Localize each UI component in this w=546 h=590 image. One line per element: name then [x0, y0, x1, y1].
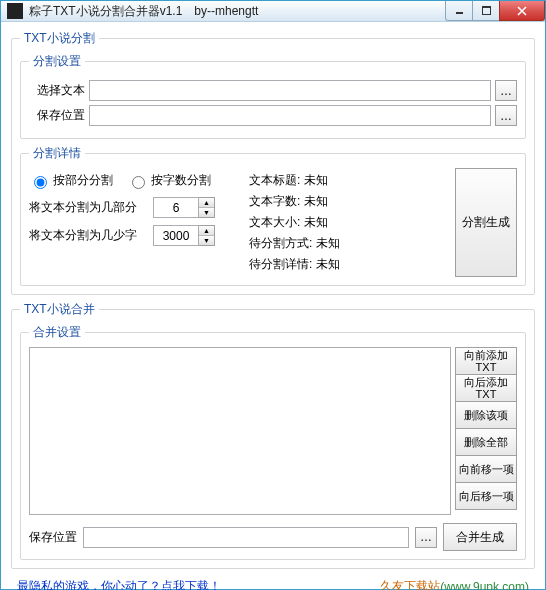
window-title: 粽子TXT小说分割合并器v1.1 by--mhengtt — [29, 3, 446, 20]
words-input[interactable] — [153, 225, 199, 246]
info-words: 文本字数: 未知 — [249, 193, 449, 210]
split-save-label: 保存位置 — [29, 107, 85, 124]
merge-generate-button[interactable]: 合并生成 — [443, 523, 517, 551]
merge-settings-label: 合并设置 — [29, 324, 85, 341]
split-group: TXT小说分割 分割设置 选择文本 … 保存位置 … 分割详情 — [11, 30, 535, 295]
svg-rect-2 — [482, 6, 491, 8]
merge-settings-group: 合并设置 向前添加TXT 向后添加TXT 删除该项 删除全部 向前移一项 向后移… — [20, 324, 526, 560]
parts-down-icon[interactable]: ▼ — [199, 207, 214, 217]
merge-listbox[interactable] — [29, 347, 451, 515]
merge-browse-button[interactable]: … — [415, 527, 437, 548]
select-text-input[interactable] — [89, 80, 491, 101]
parts-up-icon[interactable]: ▲ — [199, 198, 214, 207]
parts-spinner[interactable]: ▲▼ — [153, 197, 215, 218]
parts-input[interactable] — [153, 197, 199, 218]
move-down-button[interactable]: 向后移一项 — [455, 482, 517, 510]
radio-by-part-input[interactable] — [34, 176, 47, 189]
radio-by-words-input[interactable] — [132, 176, 145, 189]
app-window: 粽子TXT小说分割合并器v1.1 by--mhengtt TXT小说分割 分割设… — [0, 0, 546, 590]
radio-by-part[interactable]: 按部分分割 — [29, 172, 113, 189]
site-name: 久友下载站 — [380, 578, 440, 590]
delete-item-button[interactable]: 删除该项 — [455, 401, 517, 429]
split-save-input[interactable] — [89, 105, 491, 126]
split-settings-label: 分割设置 — [29, 53, 85, 70]
split-details-label: 分割详情 — [29, 145, 85, 162]
app-icon — [7, 3, 23, 19]
info-method: 待分割方式: 未知 — [249, 235, 449, 252]
split-settings-group: 分割设置 选择文本 … 保存位置 … — [20, 53, 526, 139]
browse-text-button[interactable]: … — [495, 80, 517, 101]
split-group-label: TXT小说分割 — [20, 30, 99, 47]
titlebar[interactable]: 粽子TXT小说分割合并器v1.1 by--mhengtt — [1, 1, 545, 22]
minimize-button[interactable] — [445, 1, 473, 21]
merge-save-label: 保存位置 — [29, 529, 77, 546]
move-up-button[interactable]: 向前移一项 — [455, 455, 517, 483]
select-text-label: 选择文本 — [29, 82, 85, 99]
words-down-icon[interactable]: ▼ — [199, 235, 214, 245]
merge-group: TXT小说合并 合并设置 向前添加TXT 向后添加TXT 删除该项 删除全部 向… — [11, 301, 535, 569]
words-up-icon[interactable]: ▲ — [199, 226, 214, 235]
split-generate-button[interactable]: 分割生成 — [455, 168, 517, 277]
close-button[interactable] — [499, 1, 545, 21]
info-size: 文本大小: 未知 — [249, 214, 449, 231]
add-before-button[interactable]: 向前添加TXT — [455, 347, 517, 375]
info-detail: 待分割详情: 未知 — [249, 256, 449, 273]
parts-label: 将文本分割为几部分 — [29, 199, 147, 216]
maximize-button[interactable] — [472, 1, 500, 21]
words-label: 将文本分割为几少字 — [29, 227, 147, 244]
words-spinner[interactable]: ▲▼ — [153, 225, 215, 246]
svg-rect-0 — [456, 12, 463, 14]
footer: 最隐私的游戏，你心动了？点我下载！ 久友下载站 (www.9upk.com) — [11, 575, 535, 590]
split-details-group: 分割详情 按部分分割 按字数分割 将文本分割为几部分 ▲▼ — [20, 145, 526, 286]
add-after-button[interactable]: 向后添加TXT — [455, 374, 517, 402]
merge-save-input[interactable] — [83, 527, 409, 548]
delete-all-button[interactable]: 删除全部 — [455, 428, 517, 456]
info-title: 文本标题: 未知 — [249, 172, 449, 189]
browse-save-button[interactable]: … — [495, 105, 517, 126]
merge-group-label: TXT小说合并 — [20, 301, 99, 318]
radio-by-words[interactable]: 按字数分割 — [127, 172, 211, 189]
promo-link[interactable]: 最隐私的游戏，你心动了？点我下载！ — [17, 578, 221, 590]
site-url: (www.9upk.com) — [440, 580, 529, 591]
